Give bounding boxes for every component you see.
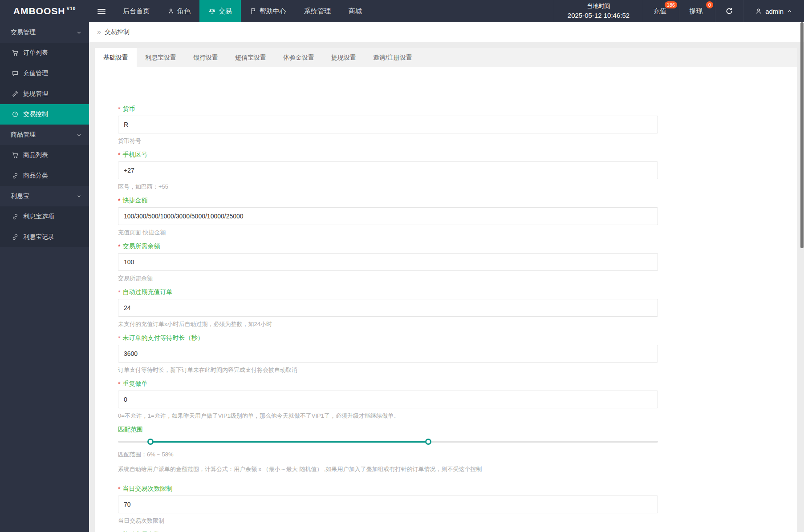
- field-hint: 订单支付等待时长，新下订单未在此时间内容完成支付将会被自动取消: [118, 366, 658, 374]
- sidebar-item-label: 商品分类: [23, 172, 48, 180]
- nav-item-label: 系统管理: [304, 7, 331, 16]
- settings-tabs: 基础设置 利息宝设置 银行设置 短信宝设置 体验金设置 提现设置 邀请/注册设置: [95, 48, 797, 67]
- field-hint: 交易所需余额: [118, 274, 658, 282]
- nav-item-label: 商城: [349, 7, 362, 16]
- field-label: * 货币: [118, 105, 658, 113]
- user-icon: [755, 8, 762, 15]
- required-mark: *: [118, 105, 120, 113]
- nav-item-mall[interactable]: 商城: [340, 0, 371, 22]
- nav-item-roles[interactable]: 角色: [158, 0, 199, 22]
- form-field-auto-expire-orders: * 自动过期充值订单 未支付的充值订单x小时后自动过期，必须为整数，如24小时: [118, 288, 658, 328]
- payment-wait-time-input[interactable]: [118, 345, 658, 363]
- required-mark: *: [118, 335, 120, 342]
- local-time-label: 当地时间: [587, 2, 610, 10]
- navbar-right: 当地时间 2025-05-12 10:46:52 充值 186 提现 0 adm…: [554, 0, 804, 22]
- sidebar-item-interest-options[interactable]: 利息宝选项: [0, 206, 89, 227]
- quick-amounts-input[interactable]: [118, 207, 658, 225]
- user-menu[interactable]: admin: [743, 0, 804, 22]
- sidebar-item-interest-records[interactable]: 利息宝记录: [0, 227, 89, 247]
- field-label: * 快捷金额: [118, 196, 658, 205]
- phone-area-code-input[interactable]: [118, 161, 658, 179]
- field-label: * 奖励交易次数: [118, 530, 658, 532]
- field-hint: 0=不允许，1=允许，如果昨天用户做了VIP1级别的单，那么他今天就做不了VIP…: [118, 412, 658, 419]
- form-field-reward-trade-count: * 奖励交易次数: [118, 530, 658, 532]
- page-scrollbar[interactable]: [800, 22, 804, 248]
- sidebar-group-interest-treasure[interactable]: 利息宝: [0, 186, 89, 206]
- currency-input[interactable]: [118, 116, 658, 133]
- sidebar-toggle-button[interactable]: [89, 0, 114, 22]
- slider-handle-max[interactable]: [425, 439, 431, 445]
- recharge-label: 充值: [653, 7, 666, 16]
- field-hint: 区号，如巴西：+55: [118, 183, 658, 190]
- tab-sms-settings[interactable]: 短信宝设置: [227, 48, 275, 67]
- field-label: * 手机区号: [118, 150, 658, 159]
- sidebar: 交易管理 订单列表 充值管理 提现管理 交易控制 商品管理: [0, 22, 89, 532]
- field-label: * 未订单的支付等待时长（秒）: [118, 334, 658, 343]
- required-balance-input[interactable]: [118, 253, 658, 271]
- local-time-value: 2025-05-12 10:46:52: [568, 11, 629, 20]
- nav-item-label: 帮助中心: [260, 7, 286, 16]
- hamburger-icon: [97, 8, 106, 15]
- sidebar-item-recharge-management[interactable]: 充值管理: [0, 63, 89, 84]
- form-field-repeat-orders: * 重复做单 0=不允许，1=允许，如果昨天用户做了VIP1级别的单，那么他今天…: [118, 379, 658, 419]
- refresh-button[interactable]: [715, 0, 743, 22]
- top-navbar: AMBOOSHV10 后台首页 角色 交易 帮助中心 系统管理 商城 当地时间 …: [0, 0, 804, 22]
- breadcrumb: » 交易控制: [89, 22, 804, 42]
- link-icon: [12, 213, 19, 220]
- field-label-text: 货币: [122, 105, 135, 113]
- form-field-currency: * 货币 货币符号: [118, 105, 658, 145]
- sidebar-item-label: 商品列表: [23, 151, 48, 159]
- tab-basic-settings[interactable]: 基础设置: [95, 48, 137, 67]
- app-logo: AMBOOSHV10: [0, 0, 89, 22]
- sidebar-group-label: 商品管理: [11, 131, 36, 139]
- sidebar-item-product-list[interactable]: 商品列表: [0, 145, 89, 165]
- sidebar-group-product-management[interactable]: 商品管理: [0, 125, 89, 145]
- field-label: * 当日交易次数限制: [118, 484, 658, 493]
- chevron-down-icon: [76, 193, 82, 199]
- person-icon: [167, 8, 175, 15]
- tab-invite-register-settings[interactable]: 邀请/注册设置: [365, 48, 421, 67]
- cart-icon: [12, 152, 19, 159]
- user-name: admin: [765, 8, 784, 15]
- nav-item-label: 后台首页: [123, 7, 150, 16]
- nav-item-trade[interactable]: 交易: [199, 0, 241, 22]
- match-range-description: 系统自动给用户派单的金额范围，计算公式：用户余额 x （最小～最大 随机值） ,…: [118, 465, 658, 473]
- field-label: 匹配范围: [118, 425, 658, 434]
- cart-icon: [12, 49, 19, 56]
- nav-item-help-center[interactable]: 帮助中心: [241, 0, 295, 22]
- field-label-text: 未订单的支付等待时长（秒）: [122, 334, 203, 342]
- field-label-text: 当日交易次数限制: [122, 485, 172, 493]
- sidebar-item-label: 充值管理: [23, 69, 48, 77]
- auto-expire-orders-input[interactable]: [118, 299, 658, 317]
- recharge-shortcut[interactable]: 充值 186: [643, 0, 679, 22]
- tab-interest-settings[interactable]: 利息宝设置: [137, 48, 185, 67]
- sidebar-item-withdraw-management[interactable]: 提现管理: [0, 84, 89, 104]
- slider-handle-min[interactable]: [147, 439, 154, 445]
- daily-trade-limit-input[interactable]: [118, 496, 658, 513]
- field-hint: 未支付的充值订单x小时后自动过期，必须为整数，如24小时: [118, 320, 658, 328]
- sidebar-item-order-list[interactable]: 订单列表: [0, 43, 89, 63]
- field-label-text: 重复做单: [122, 380, 147, 388]
- sidebar-group-trade-management[interactable]: 交易管理: [0, 22, 89, 43]
- sidebar-item-label: 交易控制: [23, 110, 48, 118]
- required-mark: *: [118, 380, 120, 387]
- field-hint: 充值页面 快捷金额: [118, 229, 658, 236]
- sidebar-item-trade-control[interactable]: 交易控制: [0, 104, 89, 125]
- tab-withdraw-settings[interactable]: 提现设置: [323, 48, 365, 67]
- sidebar-item-label: 利息宝记录: [23, 233, 54, 241]
- nav-item-label: 角色: [177, 7, 191, 16]
- field-hint: 当日交易次数限制: [118, 517, 658, 524]
- sidebar-item-product-category[interactable]: 商品分类: [0, 165, 89, 186]
- repeat-orders-input[interactable]: [118, 391, 658, 408]
- tab-bank-settings[interactable]: 银行设置: [185, 48, 227, 67]
- withdraw-badge: 0: [706, 1, 713, 8]
- required-mark: *: [118, 289, 120, 296]
- nav-item-home[interactable]: 后台首页: [114, 0, 158, 22]
- withdraw-shortcut[interactable]: 提现 0: [679, 0, 715, 22]
- scale-icon: [208, 8, 216, 15]
- basic-settings-form: * 货币 货币符号 * 手机区号 区号，如巴西：+55 * 快捷金额: [95, 67, 797, 532]
- required-mark: *: [118, 151, 120, 158]
- tab-trial-fund-settings[interactable]: 体验金设置: [275, 48, 323, 67]
- local-time: 当地时间 2025-05-12 10:46:52: [554, 0, 643, 22]
- nav-item-system[interactable]: 系统管理: [295, 0, 340, 22]
